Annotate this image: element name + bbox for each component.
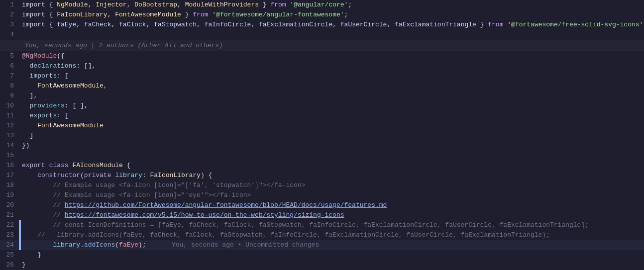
line-content: // const IconDefinitions = [faEye, faChe… xyxy=(19,220,644,230)
git-gutter xyxy=(19,71,21,81)
code-line: 11 exports: [ xyxy=(0,111,644,121)
token-punc: : [ ], xyxy=(65,102,88,109)
token-punc xyxy=(22,72,30,80)
token-punc: ] xyxy=(22,132,33,139)
line-content: // library.addIcons(faEye, faCheck, faCl… xyxy=(19,230,644,240)
line-content: import { FaIconLibrary, FontAwesomeModul… xyxy=(19,10,644,20)
token-cm: // const IconDefinitions = [faEye, faChe… xyxy=(53,221,589,229)
code-line: 1import { NgModule, Injector, DoBootstra… xyxy=(0,0,644,10)
token-prop: declarations xyxy=(30,62,77,70)
token-punc: ) { xyxy=(201,172,212,179)
token-from-kw: from xyxy=(270,1,286,8)
token-punc: : xyxy=(142,172,150,179)
token-punc: . xyxy=(80,241,84,249)
token-str: '@fortawesome/angular-fontawesome' xyxy=(212,11,344,18)
line-content: ], xyxy=(19,91,644,101)
code-line: 23 // library.addIcons(faEye, faCheck, f… xyxy=(0,230,644,240)
token-cls: FontAwesomeModule xyxy=(115,11,181,18)
code-line: 20 // https://github.com/FortAwesome/ang… xyxy=(0,200,644,210)
line-number: 1 xyxy=(0,0,19,10)
token-punc: , xyxy=(88,1,96,8)
line-number: 17 xyxy=(0,171,19,180)
code-line: 18 // Example usage <fa-icon [icon]="['f… xyxy=(0,180,644,190)
line-content: } xyxy=(19,260,644,270)
token-var: faEye xyxy=(57,21,76,28)
token-punc: ( xyxy=(80,172,84,179)
git-gutter xyxy=(19,210,21,220)
token-cm: // library.addIcons(faEye, faCheck, faCl… xyxy=(37,231,550,239)
line-content: export class FAIconsModule { xyxy=(19,161,644,171)
token-punc xyxy=(45,162,49,169)
line-content: FontAwesomeModule xyxy=(19,121,644,131)
token-from-kw: from xyxy=(193,11,208,18)
blame-text: You, seconds ago | 2 authors (Ather Ali … xyxy=(22,41,644,51)
token-cls: FontAwesomeModule xyxy=(37,122,104,129)
git-gutter xyxy=(19,151,21,161)
line-content: constructor(private library: FaIconLibra… xyxy=(19,171,644,180)
git-gutter xyxy=(19,20,21,30)
token-cm: // xyxy=(53,211,64,219)
token-var: faStopwatch xyxy=(154,21,197,28)
line-content: // https://fontawesome.com/v5.15/how-to-… xyxy=(19,210,644,220)
token-imp: import xyxy=(22,11,45,18)
token-punc: , xyxy=(197,21,205,28)
code-line: 8 FontAwesomeModule, xyxy=(0,81,644,91)
token-cm: // Example usage <fa-icon [icon]="['fa',… xyxy=(53,181,305,189)
token-punc: } xyxy=(22,261,26,269)
git-gutter xyxy=(19,61,21,71)
line-number: 14 xyxy=(0,141,19,151)
token-cls: FAIconsModule xyxy=(72,162,122,169)
code-line: 17 constructor(private library: FaIconLi… xyxy=(0,171,644,180)
token-fn: addIcons xyxy=(84,241,115,249)
token-punc: : [], xyxy=(76,62,96,70)
git-gutter xyxy=(19,250,21,260)
line-number: 10 xyxy=(0,101,19,111)
token-cls: FontAwesomeModule xyxy=(37,82,104,90)
token-kw: constructor xyxy=(37,172,80,179)
code-line: 25 } xyxy=(0,250,644,260)
git-gutter xyxy=(19,240,21,250)
token-punc: } xyxy=(22,251,41,259)
blame-line: You, seconds ago | 2 authors (Ather Ali … xyxy=(0,40,644,51)
token-var: faClock xyxy=(119,21,146,28)
token-from-kw: from xyxy=(488,21,503,28)
line-content: imports: [ xyxy=(19,71,644,81)
git-gutter xyxy=(19,171,21,180)
line-number: 25 xyxy=(0,250,19,260)
line-number: 13 xyxy=(0,131,19,141)
comment-link: https://github.com/FortAwesome/angular-f… xyxy=(65,201,387,209)
line-number: 22 xyxy=(0,220,19,230)
git-gutter xyxy=(19,200,21,210)
git-gutter xyxy=(19,230,21,240)
line-content: @NgModule({ xyxy=(19,51,644,61)
code-line: 13 ] xyxy=(0,131,644,141)
line-number: 3 xyxy=(0,20,19,30)
line-number: 12 xyxy=(0,121,19,131)
token-punc: ; xyxy=(344,11,348,18)
git-gutter xyxy=(19,260,21,270)
token-cls: ModuleWithProviders xyxy=(185,1,259,8)
token-punc: ], xyxy=(22,92,37,99)
token-punc: , xyxy=(107,11,115,18)
line-content: // https://github.com/FortAwesome/angula… xyxy=(19,200,644,210)
token-cm: // Example usage <fa-icon [icon]="'eye'"… xyxy=(53,191,251,199)
code-content: 1import { NgModule, Injector, DoBootstra… xyxy=(0,0,644,270)
token-punc: { xyxy=(45,11,57,18)
token-cls: Injector xyxy=(96,1,126,8)
line-content: }) xyxy=(19,141,644,151)
token-punc: , xyxy=(332,21,340,28)
line-content: exports: [ xyxy=(19,111,644,121)
token-punc: , xyxy=(146,21,154,28)
token-punc xyxy=(22,211,53,219)
git-gutter xyxy=(19,111,21,121)
line-number: 6 xyxy=(0,61,19,71)
code-line: 5@NgModule({ xyxy=(0,51,644,61)
code-line: 4 xyxy=(0,30,644,40)
line-content: import { faEye, faCheck, faClock, faStop… xyxy=(19,20,644,30)
token-punc xyxy=(22,201,53,209)
token-cls: NgModule xyxy=(57,1,88,8)
token-punc: } xyxy=(259,1,270,8)
git-gutter xyxy=(19,141,21,151)
token-punc: , xyxy=(177,1,185,8)
token-punc: ); xyxy=(138,241,146,249)
